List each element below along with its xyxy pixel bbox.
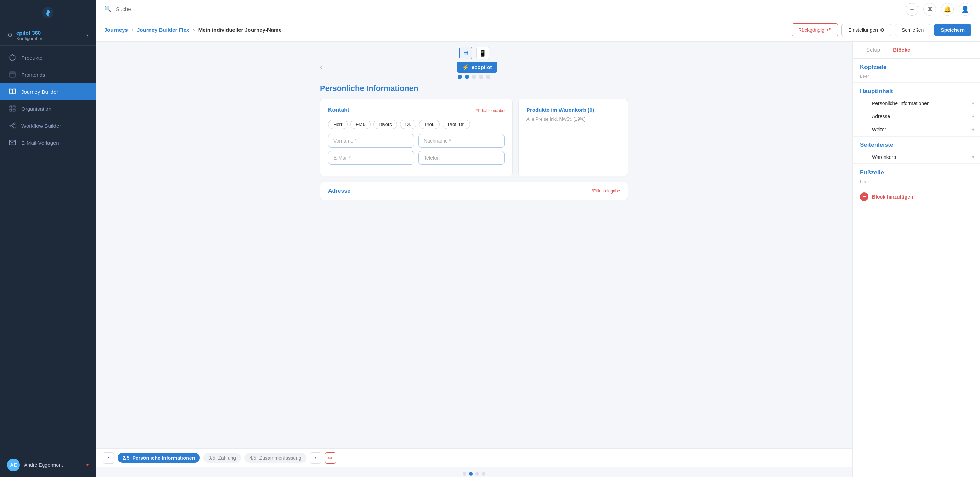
chevron-down-icon: ▾ bbox=[972, 154, 974, 160]
undo-icon: ↺ bbox=[827, 27, 831, 33]
topbar: 🔍 ＋ ✉ 🔔 👤 bbox=[95, 0, 980, 18]
undo-button[interactable]: Rückgängig ↺ bbox=[792, 23, 838, 36]
edit-button[interactable]: ✏ bbox=[325, 452, 336, 464]
sidebar-user[interactable]: AE André Eggermont ▾ bbox=[0, 453, 95, 477]
item-label: Persönliche Informationen bbox=[872, 100, 972, 106]
tab-setup[interactable]: Setup bbox=[860, 42, 886, 59]
hauptinhalt-item-2[interactable]: ⋮⋮ Weiter ▾ bbox=[853, 123, 980, 136]
svg-rect-6 bbox=[10, 109, 12, 111]
config-subtitle: Konfiguration bbox=[16, 36, 83, 41]
diagram-icon bbox=[8, 122, 16, 130]
bolt-icon: ⚡ bbox=[462, 64, 469, 70]
sidebar-item-journey-builder[interactable]: Journey Builder bbox=[0, 83, 95, 100]
add-button[interactable]: ＋ bbox=[905, 3, 918, 16]
seitenleiste-item-0[interactable]: ⋮⋮ Warenkorb ▾ bbox=[853, 151, 980, 164]
sidebar-config[interactable]: ⚙ epilot 360 Konfiguration ▾ bbox=[0, 25, 95, 46]
section-fusszeile-title: Fußzeile bbox=[853, 164, 980, 178]
chevron-down-icon: ▾ bbox=[972, 114, 974, 119]
sidebar-item-produkte[interactable]: Produkte bbox=[0, 49, 95, 66]
carousel-dot-1[interactable] bbox=[458, 74, 462, 79]
page-pill-2[interactable]: 3/5 Zahlung bbox=[204, 453, 241, 463]
svg-rect-5 bbox=[13, 109, 15, 111]
pag-dot-2[interactable] bbox=[469, 472, 473, 475]
sidebar-item-frontends[interactable]: Frontends bbox=[0, 66, 95, 83]
salutation-divers[interactable]: Divers bbox=[374, 120, 397, 129]
telefon-input[interactable] bbox=[418, 151, 504, 165]
grid-icon bbox=[8, 105, 16, 113]
book-open-icon bbox=[8, 88, 16, 95]
add-block-label: Block hinzufügen bbox=[872, 194, 913, 200]
email-input[interactable] bbox=[328, 151, 414, 165]
content-area: 🖥 📱 ‹ ⚡ ecopilot bbox=[95, 42, 980, 477]
item-label: Warenkorb bbox=[872, 154, 972, 160]
page-label-3: Zusammenfassung bbox=[259, 455, 302, 461]
hauptinhalt-item-1[interactable]: ⋮⋮ Adresse ▾ bbox=[853, 110, 980, 123]
chevron-down-icon: ▾ bbox=[972, 127, 974, 132]
title-dr[interactable]: Dr. bbox=[400, 120, 417, 129]
pagination-next-button[interactable]: › bbox=[310, 452, 321, 464]
pag-dot-4[interactable] bbox=[482, 472, 485, 475]
breadcrumb-journey-builder-flex[interactable]: Journey Builder Flex bbox=[137, 27, 189, 33]
svg-line-10 bbox=[11, 124, 14, 126]
section-kopfzeile-title: Kopfzeile bbox=[853, 59, 980, 73]
cart-title: Produkte im Warenkorb (0) bbox=[527, 107, 620, 113]
salutation-buttons: Herr Frau Divers Dr. Prof. Prof. Dr. bbox=[328, 120, 504, 129]
carousel-dot-2[interactable] bbox=[465, 74, 469, 79]
device-switcher: 🖥 📱 bbox=[95, 42, 853, 62]
search-input[interactable] bbox=[116, 6, 901, 12]
user-button[interactable]: 👤 bbox=[959, 3, 972, 16]
page-title: Persönliche Informationen bbox=[320, 84, 628, 93]
config-title: epilot 360 bbox=[16, 30, 83, 36]
page-label-2: Zahlung bbox=[218, 455, 236, 461]
pagination-bar: ‹ 2/5 Persönliche Informationen 3/5 Zahl… bbox=[95, 448, 853, 467]
mobile-view-button[interactable]: 📱 bbox=[476, 47, 489, 59]
page-label-active: Persönliche Informationen bbox=[132, 455, 195, 461]
carousel-dot-3[interactable] bbox=[472, 74, 476, 79]
hauptinhalt-item-0[interactable]: ⋮⋮ Persönliche Informationen ▾ bbox=[853, 97, 980, 110]
svg-point-7 bbox=[10, 125, 11, 126]
adresse-section: Adresse *Pflichteingabe bbox=[320, 182, 628, 200]
vorname-input[interactable] bbox=[328, 134, 414, 147]
settings-button[interactable]: Einstellungen ⚙ bbox=[842, 24, 891, 36]
pagination-prev-button[interactable]: ‹ bbox=[103, 452, 114, 464]
save-button[interactable]: Speichern bbox=[934, 24, 972, 36]
pagination-dots bbox=[95, 470, 853, 477]
tab-bloecke[interactable]: Blöcke bbox=[886, 42, 916, 59]
carousel-dot-5[interactable] bbox=[486, 74, 490, 79]
window-icon bbox=[8, 71, 16, 79]
desktop-view-button[interactable]: 🖥 bbox=[459, 47, 472, 59]
name-row bbox=[328, 134, 504, 147]
carousel-dot-4[interactable] bbox=[479, 74, 483, 79]
right-panel: Setup Blöcke Kopfzeile Leer Hauptinhalt … bbox=[853, 42, 980, 477]
mail-button[interactable]: ✉ bbox=[923, 3, 936, 16]
nachname-input[interactable] bbox=[418, 134, 504, 147]
sidebar-item-organisation[interactable]: Organisation bbox=[0, 100, 95, 117]
title-prof-dr[interactable]: Prof. Dr. bbox=[442, 120, 470, 129]
add-block-button[interactable]: + Block hinzufügen bbox=[853, 188, 980, 205]
kontakt-title: Kontakt bbox=[328, 107, 349, 113]
page-pill-3[interactable]: 4/5 Zusammenfassung bbox=[245, 453, 307, 463]
page-content: Persönliche Informationen Kontakt *Pflic… bbox=[320, 84, 628, 200]
title-prof[interactable]: Prof. bbox=[419, 120, 439, 129]
sidebar-item-email-vorlagen[interactable]: E-Mail-Vorlagen bbox=[0, 134, 95, 151]
fusszeile-leer: Leer bbox=[853, 178, 980, 188]
gear-icon: ⚙ bbox=[7, 32, 13, 39]
kontakt-card: Kontakt *Pflichteingabe Herr Frau Divers… bbox=[320, 99, 513, 176]
sidebar-item-label: Organisation bbox=[21, 106, 51, 112]
pag-dot-3[interactable] bbox=[476, 472, 479, 475]
salutation-herr[interactable]: Herr bbox=[328, 120, 348, 129]
breadcrumb-journeys[interactable]: Journeys bbox=[104, 27, 128, 33]
bell-button[interactable]: 🔔 bbox=[941, 3, 954, 16]
user-name: André Eggermont bbox=[24, 462, 82, 468]
page-pill-active[interactable]: 2/5 Persönliche Informationen bbox=[118, 453, 200, 463]
section-seitenleiste-title: Seitenleiste bbox=[853, 136, 980, 151]
adresse-title: Adresse bbox=[328, 188, 350, 194]
carousel-prev-icon[interactable]: ‹ bbox=[320, 63, 322, 72]
sidebar-item-workflow-builder[interactable]: Workflow Builder bbox=[0, 117, 95, 134]
svg-point-8 bbox=[14, 123, 15, 124]
salutation-frau[interactable]: Frau bbox=[350, 120, 371, 129]
close-button[interactable]: Schließen bbox=[895, 24, 931, 36]
breadcrumb: Journeys › Journey Builder Flex › Mein i… bbox=[104, 27, 282, 33]
pag-dot-1[interactable] bbox=[463, 472, 466, 475]
sidebar-item-label: Workflow Builder bbox=[21, 123, 61, 129]
